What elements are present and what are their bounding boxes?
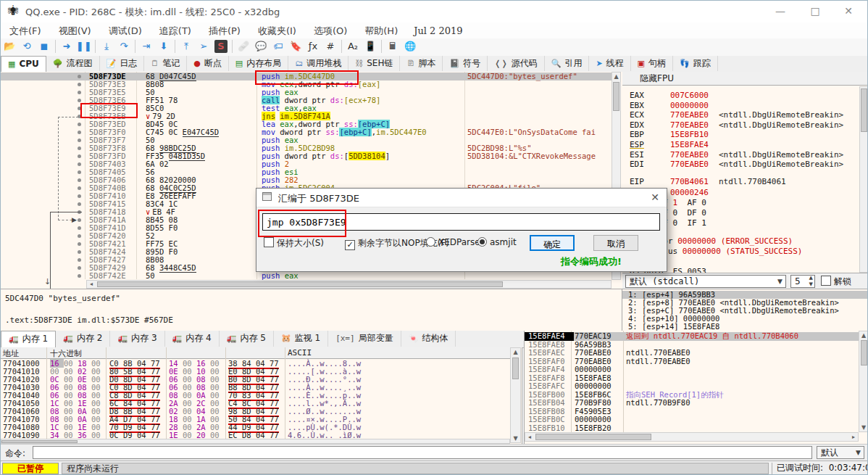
cancel-button[interactable]: 取消 xyxy=(593,235,638,251)
register-row[interactable]: EDI770EABE0<ntdll.DbgUiRemoteBreakin> xyxy=(630,160,861,169)
breakpoint-gutter[interactable] xyxy=(1,104,86,112)
instruction-address[interactable]: 5D8F742E xyxy=(89,272,126,280)
tab-dump-2[interactable]: 🚛内存 2 xyxy=(56,331,110,347)
menu-item-追踪T[interactable]: 追踪(T) xyxy=(151,22,200,40)
menu-item-插件P[interactable]: 插件(P) xyxy=(200,22,249,40)
text-case-icon[interactable]: A₂ xyxy=(344,38,362,54)
register-row[interactable]: ESP15E8FAE4 xyxy=(630,140,861,149)
tab-调用堆栈[interactable]: 🗂调用堆栈 xyxy=(288,56,349,71)
breakpoint-gutter[interactable] xyxy=(1,200,86,208)
tab-日志[interactable]: 📝日志 xyxy=(100,56,145,71)
tab-seh链[interactable]: ⛓SEH链 xyxy=(349,56,400,71)
breakpoint-gutter[interactable] xyxy=(1,176,86,184)
patch-icon[interactable]: 🩹 xyxy=(235,38,252,54)
breakpoint-dot-icon[interactable] xyxy=(78,218,81,222)
calculator-icon[interactable]: 🖩 xyxy=(384,38,401,54)
tab-笔记[interactable]: 🗒笔记 xyxy=(144,56,187,71)
disasm-row[interactable]: 5D8F742E50push eax xyxy=(1,272,612,280)
breakpoint-gutter[interactable] xyxy=(1,96,86,104)
asmjit-radio[interactable]: asmjit xyxy=(477,237,517,247)
disasm-horizontal-scrollbar[interactable]: ◂ xyxy=(86,280,612,289)
scroll-thumb[interactable] xyxy=(861,88,867,132)
scroll-thumb[interactable] xyxy=(512,358,519,379)
stack-row[interactable]: 15E8FAFC00000000 xyxy=(525,382,859,391)
registers-vertical-scrollbar[interactable] xyxy=(859,86,868,273)
stop-icon[interactable]: ◼ xyxy=(36,38,53,54)
breakpoint-gutter[interactable] xyxy=(1,192,86,200)
scroll-up-icon[interactable]: ▲ xyxy=(859,331,868,339)
menu-item-调试D[interactable]: 调试(D) xyxy=(100,22,151,40)
breakpoint-dot-icon[interactable] xyxy=(78,202,81,206)
register-row[interactable]: EAX007C6000 xyxy=(630,91,861,100)
tab-流程图[interactable]: 🌳流程图 xyxy=(46,56,100,71)
breakpoint-dot-icon[interactable] xyxy=(78,139,81,142)
assist-icon[interactable]: 📱 xyxy=(362,38,379,54)
tab-内存布局[interactable]: ▤内存布局 xyxy=(229,56,288,71)
breakpoint-dot-icon[interactable] xyxy=(78,266,81,270)
register-row[interactable]: ESI770EABE0<ntdll.DbgUiRemoteBreakin> xyxy=(630,150,861,160)
breakpoint-dot-icon[interactable] xyxy=(78,226,81,230)
breakpoint-gutter[interactable] xyxy=(1,152,86,160)
breakpoint-gutter[interactable] xyxy=(1,88,86,96)
breakpoint-gutter[interactable] xyxy=(1,120,86,128)
breakpoint-dot-icon[interactable] xyxy=(78,83,81,86)
register-row[interactable]: ECX770EABE0<ntdll.DbgUiRemoteBreakin> xyxy=(630,110,861,120)
breakpoint-dot-icon[interactable] xyxy=(78,107,81,110)
step-over-icon[interactable]: ↷ xyxy=(115,38,133,54)
breakpoint-gutter[interactable] xyxy=(1,80,86,88)
breakpoint-dot-icon[interactable] xyxy=(78,162,81,166)
stack-vertical-scrollbar[interactable]: ▲ ▼ xyxy=(859,331,868,432)
register-row[interactable]: EDX770EABE0<ntdll.DbgUiRemoteBreakin> xyxy=(630,120,861,130)
breakpoint-dot-icon[interactable] xyxy=(78,178,81,182)
breakpoint-gutter[interactable] xyxy=(1,232,86,240)
pause-icon[interactable]: ❚❚ xyxy=(75,38,93,54)
globe-icon[interactable]: 🌐 xyxy=(401,38,419,54)
breakpoint-dot-icon[interactable] xyxy=(78,99,81,102)
stack-row[interactable]: 15E8FB1015E8FB20 xyxy=(525,424,859,433)
breakpoint-dot-icon[interactable] xyxy=(78,234,81,238)
label-icon[interactable]: 🏷 xyxy=(270,38,287,54)
tab-句柄[interactable]: ▣句柄 xyxy=(631,56,673,71)
breakpoint-dot-icon[interactable] xyxy=(78,154,81,158)
breakpoint-gutter[interactable] xyxy=(1,184,86,192)
unlock-checkbox[interactable]: 解锁 xyxy=(821,276,851,288)
tab-线程[interactable]: ➤线程 xyxy=(589,56,630,71)
tab-dump-1[interactable]: 🚛内存 1 xyxy=(1,331,56,348)
command-profile-select[interactable]: 默认 ▼ xyxy=(817,446,864,459)
tab-源代码[interactable]: ❬❭源代码 xyxy=(488,56,544,71)
breakpoint-dot-icon[interactable] xyxy=(78,242,81,246)
stack-horizontal-scrollbar[interactable]: ◂ ▸ xyxy=(525,432,859,442)
scroll-right-icon[interactable]: ▸ xyxy=(849,433,858,441)
menu-item-选项O[interactable]: 选项(O) xyxy=(305,22,356,40)
assembly-instruction-input[interactable] xyxy=(262,213,660,231)
breakpoint-dot-icon[interactable] xyxy=(78,170,81,174)
tab-watch-1[interactable]: 🐹监视 1 xyxy=(274,331,328,347)
tab-脚本[interactable]: 🖹脚本 xyxy=(400,56,443,71)
xedparse-radio[interactable]: XEDParse xyxy=(426,237,480,247)
command-input[interactable] xyxy=(33,446,812,459)
scroll-thumb[interactable] xyxy=(613,82,619,111)
comment-icon[interactable]: 💬 xyxy=(252,38,270,54)
tab-dump-5[interactable]: 🚛内存 5 xyxy=(220,331,274,347)
breakpoint-dot-icon[interactable] xyxy=(78,250,81,254)
breakpoint-dot-icon[interactable] xyxy=(78,258,81,262)
menu-item-帮助H[interactable]: 帮助(H) xyxy=(356,22,406,40)
breakpoint-gutter[interactable] xyxy=(1,168,86,176)
tab-跟踪[interactable]: 👣跟踪 xyxy=(673,56,718,71)
scroll-thumb[interactable] xyxy=(97,281,503,287)
stack-row[interactable]: 15E8FB04770B9F80ntdll.770B9F80 xyxy=(525,399,859,408)
breakpoint-dot-icon[interactable] xyxy=(78,123,81,126)
close-button[interactable]: ✕ xyxy=(832,1,864,22)
breakpoint-dot-icon[interactable] xyxy=(78,75,81,78)
breakpoint-gutter[interactable] xyxy=(1,73,86,80)
scylla-icon[interactable]: S xyxy=(214,40,228,53)
tab-断点[interactable]: ●断点 xyxy=(187,56,229,71)
memory-vertical-scrollbar[interactable]: ▲ ▼ xyxy=(510,347,521,443)
bookmark-icon[interactable]: 🔖 xyxy=(287,38,304,54)
scroll-left-icon[interactable]: ◂ xyxy=(525,433,534,441)
tab-cpu[interactable]: ▦CPU xyxy=(1,56,46,73)
stack-row[interactable]: 15E8FAEC770EABE0ntdll.770EABE0 xyxy=(525,349,859,358)
tab-locals[interactable]: [x=]局部变量 xyxy=(328,331,401,347)
minimize-button[interactable]: — xyxy=(764,1,796,22)
breakpoint-dot-icon[interactable] xyxy=(78,91,81,94)
